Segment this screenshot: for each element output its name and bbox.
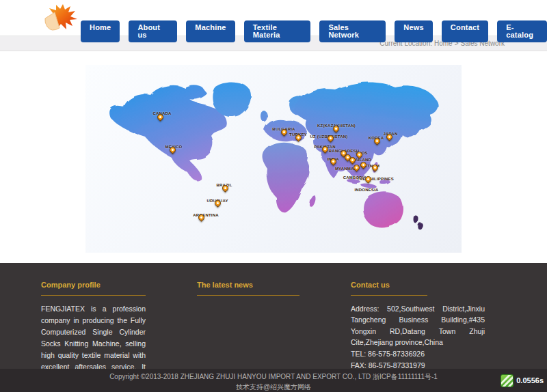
nav-machine[interactable]: Machine — [186, 20, 235, 42]
map-pin-label: ARGENTINA — [193, 213, 218, 217]
page-load-time-badge: 0.0556s — [501, 374, 544, 387]
contact-address: Address: 502,Southwest District,Jinxiu T… — [351, 303, 485, 348]
company-profile-title: Company profile — [41, 281, 146, 296]
company-logo[interactable] — [42, 3, 78, 34]
nav-e-catalog[interactable]: E-catalog — [497, 20, 547, 42]
nav-textile-materia[interactable]: Textile Materia — [244, 20, 311, 42]
contact-us-title: Contact us — [351, 281, 427, 296]
copyright-line2: 技术支持@绍兴魔方网络 — [0, 382, 547, 392]
maple-leaf-logo-icon — [42, 3, 78, 34]
latest-news-title: The latest news — [197, 281, 299, 296]
map-pin-label: THE PHILIPPINES — [357, 177, 394, 181]
header: Home About us Machine Textile Materia Sa… — [0, 0, 547, 36]
page-load-time: 0.0556s — [516, 376, 544, 387]
nav-contact[interactable]: Contact — [442, 20, 488, 42]
main-content: CANADAMEXICOBRAZILURUGUAYARGENTINABULGAR… — [0, 51, 547, 263]
nav-news[interactable]: News — [395, 20, 433, 42]
nav-home[interactable]: Home — [81, 20, 120, 42]
copyright-line1: Copyright ©2013-2018 ZHEJIANG ZHUJI HANY… — [0, 372, 547, 382]
thinkphp-leaf-icon — [501, 374, 513, 387]
footer-latest-news: The latest news — [197, 281, 299, 303]
main-nav: Home About us Machine Textile Materia Sa… — [81, 20, 547, 42]
footer: Company profile FENGJIATEX is a professi… — [0, 263, 547, 369]
nav-about-us[interactable]: About us — [129, 20, 177, 42]
map-pin-label: INDONESIA — [354, 188, 378, 192]
world-map-svg — [85, 65, 462, 253]
contact-tel: TEL: 86-575-87336926 — [351, 348, 485, 359]
nav-sales-network[interactable]: Sales Network — [319, 20, 386, 42]
copyright-bar: Copyright ©2013-2018 ZHEJIANG ZHUJI HANY… — [0, 369, 547, 392]
sales-network-map: CANADAMEXICOBRAZILURUGUAYARGENTINABULGAR… — [85, 65, 462, 253]
